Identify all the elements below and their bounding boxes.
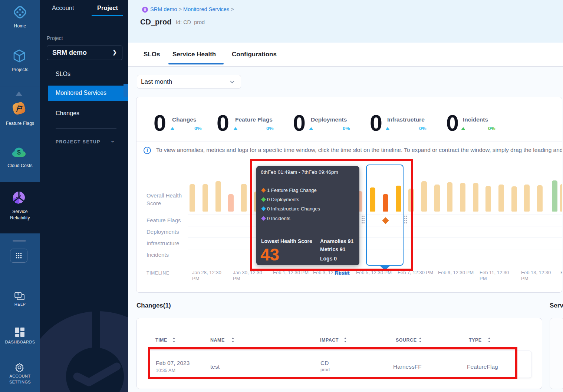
svg-text:?: ? xyxy=(17,293,19,297)
svg-text:$: $ xyxy=(17,149,21,156)
